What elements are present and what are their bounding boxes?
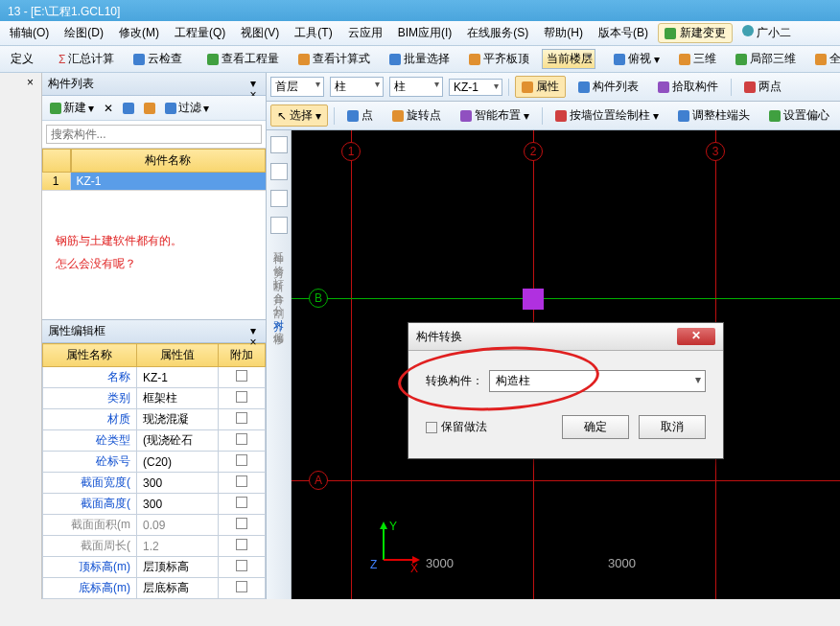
menu-cloud[interactable]: 云应用: [342, 23, 388, 43]
menu-version[interactable]: 版本号(B): [593, 23, 654, 43]
side-tool[interactable]: [270, 190, 288, 207]
cancel-button[interactable]: 取消: [639, 415, 706, 439]
property-row[interactable]: 材质现浇混凝: [42, 409, 265, 430]
set-offset-button[interactable]: 设置偏心: [762, 104, 836, 127]
property-row[interactable]: 砼类型(现浇砼石: [42, 430, 265, 452]
floor-scope-dropdown[interactable]: 当前楼层: [542, 49, 595, 69]
prop-extra[interactable]: [219, 388, 266, 409]
prop-extra[interactable]: [219, 367, 266, 388]
prop-value[interactable]: (现浇砼石: [137, 430, 219, 452]
close-icon[interactable]: ▾ ×: [246, 78, 260, 91]
menu-bim[interactable]: BIM应用(I): [392, 23, 458, 43]
define-button[interactable]: 定义: [4, 48, 40, 70]
prop-extra[interactable]: [219, 557, 266, 578]
prop-value[interactable]: 0.09: [137, 515, 219, 536]
property-row[interactable]: 截面面积(m0.09: [42, 515, 265, 536]
side-label-align[interactable]: 对齐: [271, 311, 286, 314]
prop-value[interactable]: KZ-1: [137, 367, 219, 388]
side-label-break[interactable]: 打断: [271, 270, 286, 274]
floor-dropdown[interactable]: 首层: [270, 77, 324, 97]
paste-button[interactable]: [140, 102, 159, 115]
category-dropdown[interactable]: 柱: [330, 77, 384, 97]
menu-quantity[interactable]: 工程量(Q): [169, 23, 231, 43]
property-row[interactable]: 砼标号(C20): [42, 452, 265, 473]
prop-extra[interactable]: [219, 578, 266, 599]
side-tool[interactable]: [270, 163, 288, 180]
prop-value[interactable]: 300: [137, 494, 219, 515]
side-tool[interactable]: [270, 136, 288, 153]
prop-value[interactable]: 层顶标高: [137, 557, 219, 578]
prop-extra[interactable]: [219, 409, 266, 430]
dialog-titlebar[interactable]: 构件转换 ✕: [408, 323, 723, 351]
menu-help[interactable]: 帮助(H): [538, 23, 589, 43]
keep-practice-check[interactable]: 保留做法: [426, 419, 487, 435]
cloud-check-button[interactable]: 云检查: [127, 48, 189, 70]
point-button[interactable]: 点: [340, 104, 380, 127]
two-point-button[interactable]: 两点: [737, 76, 788, 98]
side-label-offset[interactable]: 偏移: [271, 324, 286, 328]
property-row[interactable]: 截面周长(1.2: [42, 536, 265, 557]
dialog-close-button[interactable]: ✕: [677, 328, 715, 345]
position-draw-button[interactable]: 按墙位置绘制柱 ▾: [548, 104, 665, 127]
close-icon[interactable]: ▾ ×: [246, 325, 260, 338]
menu-view[interactable]: 视图(V): [235, 23, 285, 43]
menu-online[interactable]: 在线服务(S): [461, 23, 534, 43]
property-row[interactable]: 截面高度(300: [42, 494, 265, 515]
property-row[interactable]: 顶标高(m)层顶标高: [42, 557, 265, 578]
fullscreen-button[interactable]: 全屏: [808, 48, 840, 70]
menu-draw[interactable]: 绘图(D): [58, 23, 109, 43]
item-dropdown[interactable]: KZ-1: [449, 79, 502, 96]
menu-modify[interactable]: 修改(M): [113, 23, 165, 43]
side-label-extend[interactable]: 延伸: [271, 243, 286, 247]
delete-button[interactable]: ✕: [100, 101, 117, 116]
new-change-button[interactable]: 新建变更: [658, 23, 733, 43]
prop-extra[interactable]: [219, 473, 266, 494]
prop-value[interactable]: 现浇混凝: [137, 409, 219, 430]
subcategory-dropdown[interactable]: 柱: [389, 77, 443, 97]
select-button[interactable]: ↖ 选择 ▾: [270, 104, 328, 127]
side-label-trim[interactable]: 修剪: [271, 257, 286, 261]
component-row[interactable]: 1 KZ-1: [42, 173, 266, 191]
prop-value[interactable]: 1.2: [137, 536, 219, 557]
rotate-point-button[interactable]: 旋转点: [385, 104, 448, 127]
close-icon[interactable]: ×: [24, 77, 37, 90]
adjust-end-button[interactable]: 调整柱端头: [671, 104, 757, 127]
prop-extra[interactable]: [219, 452, 266, 473]
pick-component-button[interactable]: 拾取构件: [651, 76, 725, 98]
column-marker[interactable]: [523, 289, 544, 310]
view-amount-button[interactable]: 查看工程量: [200, 48, 286, 70]
property-row[interactable]: 底标高(m)层底标高: [42, 578, 265, 599]
batch-select-button[interactable]: 批量选择: [383, 48, 456, 70]
local-3d-button[interactable]: 局部三维: [729, 48, 803, 70]
side-label-split[interactable]: 分割: [271, 297, 286, 301]
3d-button[interactable]: 三维: [672, 48, 723, 70]
search-input[interactable]: [46, 125, 262, 144]
smart-layout-button[interactable]: 智能布置 ▾: [454, 104, 536, 127]
property-row[interactable]: 截面宽度(300: [42, 473, 265, 494]
property-row[interactable]: 名称KZ-1: [42, 367, 265, 388]
component-list-button[interactable]: 构件列表: [572, 76, 645, 98]
prop-extra[interactable]: [219, 430, 266, 452]
top-view-button[interactable]: 俯视 ▾: [607, 48, 666, 70]
view-calc-button[interactable]: 查看计算式: [292, 48, 377, 70]
side-tool[interactable]: [270, 217, 288, 234]
prop-value[interactable]: (C20): [137, 452, 219, 473]
convert-combo[interactable]: 构造柱: [489, 370, 706, 392]
sum-calc-button[interactable]: Σ 汇总计算: [52, 48, 121, 70]
prop-value[interactable]: 层底标高: [137, 578, 219, 599]
side-label-merge[interactable]: 合并: [271, 284, 286, 288]
menu-tools[interactable]: 工具(T): [289, 23, 338, 43]
prop-extra[interactable]: [219, 494, 266, 515]
attributes-button[interactable]: 属性: [515, 76, 566, 98]
prop-extra[interactable]: [219, 515, 266, 536]
prop-value[interactable]: 300: [137, 473, 219, 494]
property-row[interactable]: 类别框架柱: [42, 388, 265, 409]
prop-value[interactable]: 框架柱: [137, 388, 219, 409]
new-component-button[interactable]: 新建 ▾: [46, 99, 98, 117]
align-top-button[interactable]: 平齐板顶: [462, 48, 536, 70]
copy-button[interactable]: [119, 102, 138, 115]
guang-button[interactable]: 广小二: [736, 23, 797, 43]
prop-extra[interactable]: [219, 536, 266, 557]
ok-button[interactable]: 确定: [562, 415, 629, 439]
filter-button[interactable]: 过滤 ▾: [161, 99, 213, 117]
